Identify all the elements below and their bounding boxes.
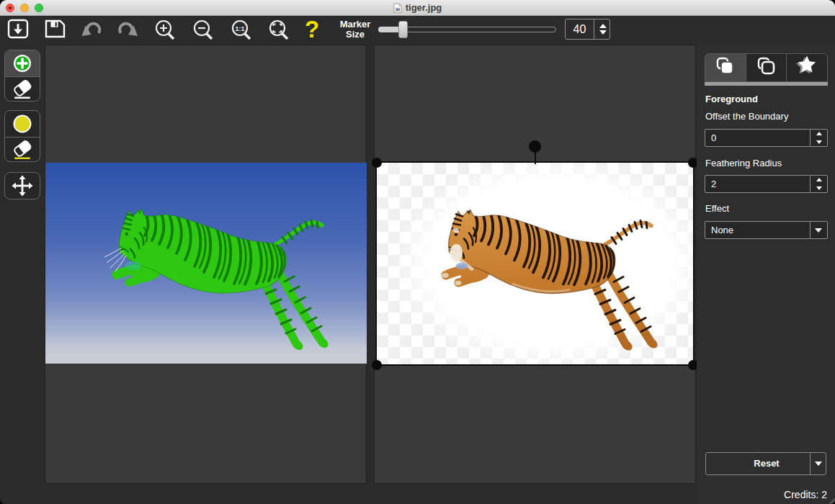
svg-text:1:1: 1:1 — [235, 25, 244, 32]
svg-text:?: ? — [305, 16, 319, 42]
